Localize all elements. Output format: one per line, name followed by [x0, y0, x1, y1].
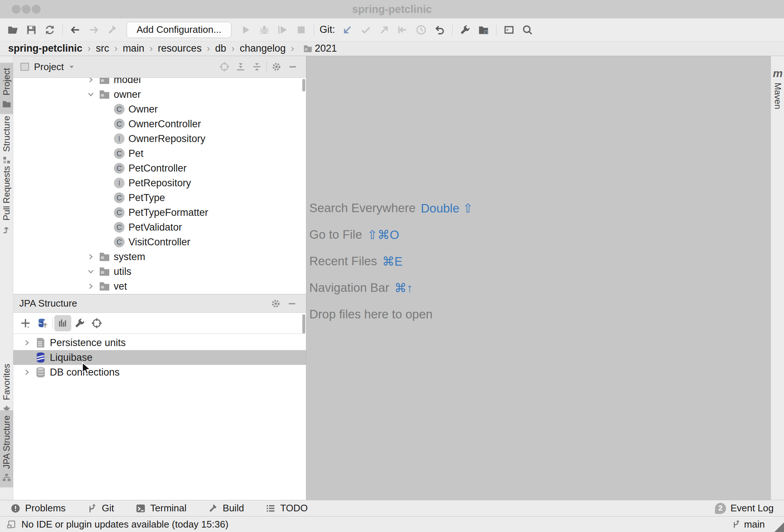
- scroll-to-source-icon[interactable]: [88, 315, 105, 331]
- build-project-icon[interactable]: [103, 22, 121, 38]
- tool-tab-project[interactable]: Project: [0, 63, 13, 114]
- tool-tab-favorites[interactable]: Favorites: [0, 359, 13, 419]
- collapse-all-icon[interactable]: [249, 59, 265, 74]
- scrollbar-thumb[interactable]: [302, 314, 305, 334]
- gear-icon[interactable]: [268, 59, 285, 74]
- scrollbar-thumb[interactable]: [302, 79, 305, 91]
- breadcrumb-item-src[interactable]: src: [96, 43, 109, 54]
- tree-item-owner[interactable]: COwner: [13, 102, 306, 117]
- chevron-down-icon[interactable]: [86, 90, 96, 99]
- tool-tab-maven[interactable]: m Maven: [771, 63, 784, 114]
- tool-window-button-terminal[interactable]: Terminal: [135, 502, 186, 514]
- tree-item-petvalidator[interactable]: CPetValidator: [13, 220, 306, 235]
- git-rollback-icon[interactable]: [430, 22, 449, 38]
- debug-icon[interactable]: [255, 22, 274, 38]
- locate-file-icon[interactable]: [216, 59, 233, 74]
- minimize-icon[interactable]: [284, 296, 300, 311]
- git-push-icon[interactable]: [375, 22, 393, 38]
- breadcrumb-item-db[interactable]: db: [215, 43, 226, 54]
- tool-window-button-build[interactable]: Build: [208, 502, 244, 514]
- chevron-right-icon[interactable]: [86, 282, 96, 290]
- breadcrumb-item-resources[interactable]: resources: [158, 43, 202, 54]
- toolbar-separator: [52, 318, 53, 329]
- persistence-icon: [35, 337, 47, 349]
- tree-item-petcontroller[interactable]: CPetController: [13, 161, 306, 176]
- git-history-icon[interactable]: [412, 22, 430, 38]
- breadcrumb-separator: ›: [291, 43, 294, 54]
- chevron-right-icon[interactable]: [22, 368, 32, 376]
- tree-item-petrepository[interactable]: IPetRepository: [13, 176, 306, 190]
- settings-wrench-icon[interactable]: [71, 315, 88, 331]
- tree-item-owner[interactable]: owner: [13, 87, 306, 102]
- tool-window-button-todo[interactable]: TODO: [265, 502, 308, 514]
- back-icon[interactable]: [66, 22, 85, 38]
- tool-window-button-problems[interactable]: Problems: [10, 502, 66, 514]
- tree-item-model[interactable]: model: [13, 78, 306, 87]
- tree-item-pet[interactable]: CPet: [13, 146, 306, 161]
- shortcut-hint-navigation-bar: Navigation Bar⌘↑: [309, 281, 473, 294]
- event-log-button[interactable]: 2 Event Log: [715, 502, 774, 514]
- tree-item-pettype[interactable]: CPetType: [13, 190, 306, 205]
- tree-item-vet[interactable]: vet: [13, 279, 306, 294]
- breadcrumb-item-2021[interactable]: 2021: [299, 43, 337, 54]
- tree-item-utils[interactable]: utils: [13, 264, 306, 279]
- open-icon[interactable]: [4, 22, 22, 38]
- updates-icon[interactable]: [7, 519, 16, 529]
- tool-tab-pull-requests[interactable]: Pull Requests: [0, 161, 13, 239]
- tree-item-liquibase[interactable]: Liquibase: [13, 350, 306, 365]
- forward-icon[interactable]: [85, 22, 103, 38]
- stop-icon[interactable]: [292, 22, 310, 38]
- tree-item-db-connections[interactable]: DB connections: [13, 365, 306, 380]
- git-fetch-icon[interactable]: [393, 22, 412, 38]
- chevron-down-icon[interactable]: [86, 267, 96, 276]
- run-with-coverage-icon[interactable]: [274, 22, 292, 38]
- add-configuration-button[interactable]: Add Configuration...: [127, 22, 231, 38]
- resize-grip[interactable]: [774, 522, 784, 532]
- tree-item-ownerrepository[interactable]: IOwnerRepository: [13, 131, 306, 146]
- sync-icon[interactable]: [41, 22, 59, 38]
- chevron-right-icon[interactable]: [86, 78, 96, 84]
- search-everywhere-icon[interactable]: [518, 22, 537, 38]
- tree-item-pettypeformatter[interactable]: CPetTypeFormatter: [13, 205, 306, 220]
- add-icon[interactable]: [17, 315, 34, 331]
- svg-text:C: C: [117, 208, 122, 217]
- git-update-icon[interactable]: [338, 22, 357, 38]
- run-icon[interactable]: [237, 22, 255, 38]
- settings-wrench-icon[interactable]: [456, 22, 474, 38]
- expand-all-icon[interactable]: [233, 59, 249, 74]
- tree-item-label: PetType: [128, 192, 165, 204]
- tool-window-button-git[interactable]: Git: [87, 502, 114, 514]
- class-icon: C: [113, 221, 125, 233]
- gear-icon[interactable]: [268, 296, 284, 311]
- tool-window-button-label: TODO: [280, 502, 308, 514]
- generate-ddl-icon[interactable]: [34, 315, 51, 331]
- svg-text:C: C: [117, 238, 122, 246]
- main-toolbar: Add Configuration... Git:: [0, 18, 784, 41]
- breadcrumb-item-changelog[interactable]: changelog: [240, 43, 286, 54]
- git-commit-icon[interactable]: [357, 22, 375, 38]
- tree-item-system[interactable]: system: [13, 249, 306, 264]
- chevron-right-icon[interactable]: [86, 253, 96, 261]
- restore-windows-icon[interactable]: [500, 22, 518, 38]
- tool-tab-label: Favorites: [1, 364, 12, 400]
- diagram-mode-icon[interactable]: [54, 315, 71, 331]
- project-panel-title[interactable]: Project: [34, 61, 64, 73]
- save-all-icon[interactable]: [22, 22, 41, 38]
- breadcrumb-item-spring-petclinic[interactable]: spring-petclinic: [8, 43, 82, 54]
- shortcut-label: Navigation Bar: [309, 281, 389, 295]
- tree-item-persistence-units[interactable]: Persistence units: [13, 335, 306, 350]
- tree-item-ownercontroller[interactable]: COwnerController: [13, 117, 306, 131]
- tree-item-visitcontroller[interactable]: CVisitController: [13, 235, 306, 249]
- tool-tab-jpa-structure[interactable]: JPA Structure: [0, 410, 13, 487]
- chevron-down-icon[interactable]: [67, 59, 76, 74]
- minimize-icon[interactable]: [285, 59, 301, 74]
- chevron-right-icon[interactable]: [22, 339, 32, 347]
- shortcut-keys: ⌘↑: [394, 281, 413, 295]
- class-icon: C: [113, 103, 125, 115]
- mouse-cursor: [80, 362, 93, 375]
- window-title: spring-petclinic: [0, 0, 784, 18]
- project-structure-icon[interactable]: [474, 22, 493, 38]
- git-branch-widget[interactable]: main: [732, 519, 765, 530]
- tool-tab-label: JPA Structure: [1, 415, 12, 469]
- breadcrumb-item-main[interactable]: main: [123, 43, 144, 54]
